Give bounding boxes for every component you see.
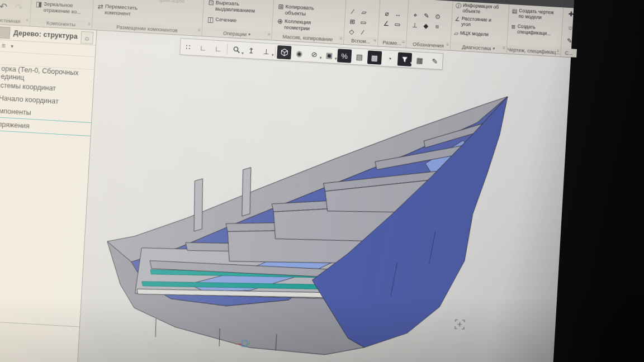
mirror-component-button[interactable]: ◨ Зеркальное отражение ко... [35,1,82,15]
ribbon-section-auxiliary: ∕ ▱ ⊞ ▭ ◇ ∕ Вспом...≡ [344,0,381,46]
fit-view-button[interactable]: ↥ [244,44,258,58]
monitor-screen: ↶ ↷ Системная≡ детали ◨ Зеркальное отраж… [0,0,574,362]
section-label: Массив, копирование [282,34,333,42]
panel-tab[interactable] [0,26,11,39]
section-handle-icon: ≡ [26,18,29,23]
ribbon-section-drawing-spec: ▤ Создать чертеж по модели ≣ Создать спе… [506,4,564,56]
tree-item-label: Начало координат [0,94,59,105]
section-label: Разме... [382,39,401,46]
undo-button[interactable]: ↶ [0,1,8,13]
model-tree: орка (Тел-0, Сборочных единиц стемы коор… [0,65,94,136]
history-button[interactable]: ◔ [382,51,397,65]
aux-icon[interactable]: ▱ [360,8,368,17]
toolbar-separator [226,44,228,55]
ribbon-section-more: ✚ ☼ ✎ С... [561,7,579,57]
button-label: Коллекция геометрии [284,18,311,32]
camera-view-button[interactable]: ▣▾ [322,48,337,62]
ribbon-section-system: ↶ ↷ Системная≡ [0,0,33,26]
mirror-icon: ◨ [36,1,42,8]
hide-objects-button[interactable]: ⊘▾ [307,47,321,61]
more-tool-icon[interactable]: ☼ [566,23,575,32]
frame-capture-button[interactable]: ▦ [413,53,427,67]
clip-section-button[interactable]: % [337,49,352,63]
layers-button[interactable]: ▤ [352,50,367,64]
viewport-3d[interactable]: ∷ ∟ ∟ ▾ ↥ ⊥▾ ◉ ⊘▾ ▣▾ % ▤ ▩ ◔ ▾ ▦ ✎ [77,30,571,362]
geometry-collection-button[interactable]: ⊕ Коллекция геометрии [277,18,311,31]
pencil-edit-button[interactable]: ✎ [428,54,442,68]
tree-item-label: пряжения [0,120,30,130]
filter-objects-button[interactable]: ▾ [397,52,412,66]
aux-icon[interactable]: ⊞ [348,17,357,27]
mass-properties-button[interactable]: ▱ МЦХ модели [454,30,489,39]
section-label: Компоненты [46,20,75,27]
ribbon-section-placement: ⇄ Переместить компонент ◻ Отключить фикс… [92,0,205,36]
boat-model[interactable] [101,62,542,362]
section-label: Системная [0,17,21,24]
panel-divider [0,320,79,327]
button-label: Вырезать выдавливанием [215,0,255,14]
section-handle-icon: ≡ [446,42,449,47]
orientation-icon: ⊥ [263,47,269,56]
move-component-button[interactable]: ⇄ Переместить компонент [97,3,138,17]
section-handle-icon: ≡ [88,21,91,26]
section-label: Вспом... [351,37,371,44]
copy-objects-button[interactable]: ⊞ Копировать объекты [278,3,314,17]
distance-angle-icon: ∠ [454,16,460,22]
coordinate-axes-icon[interactable]: ∟ [196,41,210,55]
tree-item-label: стемы координат [0,81,56,92]
info-icon: ⓘ [456,2,462,9]
aux-icon[interactable]: ∕ [349,7,357,17]
redo-icon: ↷ [15,2,23,14]
undo-icon: ↶ [0,1,8,13]
tree-panel-title: Дерево: структура [13,29,78,41]
dim-icon[interactable]: ⌀ [383,9,391,19]
distance-angle-button[interactable]: ∠ Расстояние и угол [454,16,491,28]
coordinate-plane-icon[interactable]: ∟ [211,41,225,55]
origin-marker-icon [235,339,251,351]
copy-objects-icon: ⊞ [278,3,284,11]
panel-settings-button[interactable]: ☼ [80,31,93,44]
dim-icon[interactable]: ▭ [394,20,402,30]
dropdown-icon[interactable]: ▾ [493,46,495,51]
section-label: Чертеж, спецификац... [507,46,560,55]
designation-icon[interactable]: ⊙ [433,12,442,22]
section-handle-icon: ≡ [373,38,376,43]
orientation-ball-button[interactable]: ◉ [292,46,306,60]
designation-icon[interactable]: ◆ [422,22,430,31]
create-drawing-button[interactable]: ▤ Создать чертеж по модели [512,8,554,21]
shaded-display-button[interactable] [277,45,291,59]
aux-icon[interactable]: ▭ [359,18,368,27]
chevron-down-icon[interactable]: ▼ [10,44,14,49]
tree-filter-icon[interactable]: ≡ [1,42,6,50]
dim-icon[interactable]: ↔ [394,10,402,20]
orientation-button[interactable]: ⊥▾ [259,44,273,58]
more-tool-icon[interactable]: ✚ [567,10,575,19]
move-icon: ⇄ [98,3,104,10]
create-spec-button[interactable]: ≣ Создать спецификаци... [510,23,551,36]
designation-icon[interactable]: ⊥ [411,21,419,31]
object-info-button[interactable]: ⓘ Информация об объекте [455,2,499,15]
button-label: Расстояние и угол [461,16,491,28]
designation-icon[interactable]: ≡ [433,22,441,32]
scene-display-button[interactable]: ▩ [367,50,382,64]
toolbar-drag-handle[interactable]: ∷ [181,40,195,54]
crosshair-cursor-icon [454,318,466,332]
ribbon-section-designations: ⌖ ✎ ⊙ ⊥ ◆ ≡ Обозначения≡ [406,0,453,50]
create-drawing-icon: ▤ [512,8,517,15]
cut-extrude-button[interactable]: ⊡ Вырезать выдавливанием [208,0,255,14]
section-view-button[interactable]: ◫ Сечение [207,16,237,25]
section-handle-icon: ≡ [339,36,342,41]
section-handle-icon: ≡ [198,28,201,33]
section-handle-icon: ≡ [402,40,405,45]
dropdown-icon[interactable]: ▾ [248,32,251,37]
redo-button[interactable]: ↷ [15,2,23,14]
designation-icon[interactable]: ⌖ [411,11,420,21]
camera-icon: ▣ [326,51,333,60]
button-label: Зеркальное отражение ко... [44,1,82,15]
unfix-button[interactable]: ◻ Отключить фиксацию [152,0,187,4]
zoom-button[interactable]: ▾ [229,42,243,56]
dim-icon[interactable]: ∠ [382,20,391,29]
button-label: Сечение [215,17,236,24]
designation-icon[interactable]: ✎ [423,12,431,21]
more-tool-icon[interactable]: ✎ [565,37,574,46]
